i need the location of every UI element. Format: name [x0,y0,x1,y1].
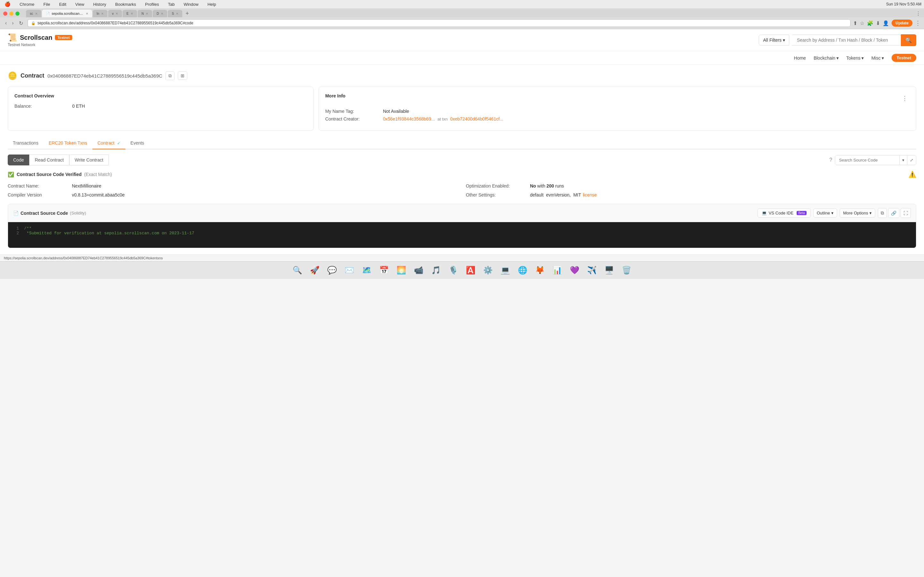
history-menu[interactable]: History [91,1,108,7]
dock-messages[interactable]: 💬 [325,263,339,277]
tab-contract[interactable]: Contract ✓ [92,137,126,149]
extensions-button[interactable]: 🧩 [867,20,873,26]
profiles-menu[interactable]: Profiles [143,1,161,7]
warning-icon: ⚠️ [908,171,916,178]
vscode-button[interactable]: 💻 VS Code IDE Beta [758,208,811,218]
dock-telegram[interactable]: ✈️ [585,263,599,277]
creator-txn-link[interactable]: 0xeb72400d64b0f5461cf... [450,116,503,121]
source-search-chevron-icon[interactable]: ▾ [899,155,907,165]
nav-tokens[interactable]: Tokens ▾ [846,55,864,61]
bookmark-button[interactable]: ☆ [860,20,864,26]
nav-misc[interactable]: Misc ▾ [871,55,884,61]
qr-code-button[interactable]: ⊞ [178,71,187,80]
dock-chrome[interactable]: 🌐 [516,263,529,277]
dock-maps[interactable]: 🗺️ [360,263,373,277]
dock-trash[interactable]: 🗑️ [620,263,633,277]
profile-button[interactable]: 👤 [883,20,889,26]
subtab-code[interactable]: Code [8,155,29,165]
nav-home[interactable]: Home [794,55,806,61]
help-button[interactable]: ? [829,157,832,163]
dock-facetime[interactable]: 📹 [412,263,425,277]
dock-vscode[interactable]: 💻 [499,263,512,277]
dock-system-prefs[interactable]: ⚙️ [481,263,495,277]
link-code-button[interactable]: 🔗 [888,208,899,218]
dock-iterm[interactable]: 🖥️ [603,263,616,277]
dock-appstore[interactable]: 🅰️ [464,263,477,277]
balance-label: Balance: [15,103,72,109]
source-search-input[interactable] [835,155,899,165]
testnet-button[interactable]: Testnet [892,54,916,62]
tab-erc20[interactable]: ERC20 Token Txns [44,137,92,149]
forward-button[interactable]: › [10,19,15,27]
expand-code-button[interactable]: ⛶ [901,208,911,218]
search-button[interactable]: 🔍 [901,34,916,46]
subtab-write-contract[interactable]: Write Contract [69,155,109,165]
close-window-button[interactable] [3,11,7,16]
blockchain-chevron-icon: ▾ [837,55,838,61]
help-menu[interactable]: Help [206,1,218,7]
copy-address-button[interactable]: ⧉ [166,71,174,80]
browser-tab-1[interactable]: sc✕ [26,10,41,17]
dock-launchpad[interactable]: 🚀 [308,263,321,277]
dock-music[interactable]: 🎵 [429,263,443,277]
share-button[interactable]: ⬆ [853,20,857,26]
back-button[interactable]: ‹ [3,19,9,27]
dock-photos[interactable]: 🌅 [395,263,408,277]
balance-value: 0 ETH [72,103,85,109]
apple-menu[interactable]: 🍎 [3,1,13,8]
subtab-read-contract[interactable]: Read Contract [29,155,69,165]
tab-menu[interactable]: Tab [166,1,176,7]
download-button[interactable]: ⬇ [876,20,880,26]
browser-tab-8[interactable]: S✕ [168,10,182,17]
update-button[interactable]: Update [892,19,913,27]
creator-address-link[interactable]: 0x56e1f93844c3568b69... [383,116,435,121]
bookmarks-menu[interactable]: Bookmarks [113,1,138,7]
nav-blockchain[interactable]: Blockchain ▾ [814,55,838,61]
outline-chevron-icon: ▾ [831,211,834,215]
optimization-label: Optimization Enabled: [466,183,530,189]
browser-tab-3[interactable]: In✕ [93,10,107,17]
minimize-window-button[interactable] [9,11,13,16]
license-link[interactable]: license [583,192,597,197]
filter-dropdown[interactable]: All Filters ▾ [759,35,789,45]
tab-transactions[interactable]: Transactions [8,137,44,149]
browser-menu-button[interactable]: ⋮ [915,19,921,27]
view-menu[interactable]: View [73,1,86,7]
source-search-expand-button[interactable]: ⤢ [907,155,916,165]
cards-row: Contract Overview Balance: 0 ETH More In… [8,87,916,131]
dock-mail[interactable]: ✉️ [342,263,356,277]
chrome-menu[interactable]: Chrome [18,1,36,7]
filter-label: All Filters [763,37,782,43]
dock-finder[interactable]: 🔍 [291,263,304,277]
address-bar[interactable]: 🔒 sepolia.scrollscan.dev/address/0x04086… [27,19,851,27]
tab-events[interactable]: Events [126,137,150,149]
dock-numbers[interactable]: 📊 [551,263,564,277]
browser-tab-4[interactable]: v✕ [108,10,122,17]
maximize-window-button[interactable] [15,11,19,16]
line-content-2: *Submitted for verification at sepolia.s… [24,231,194,235]
file-menu[interactable]: File [41,1,52,7]
browser-actions: ⬆ ☆ 🧩 ⬇ 👤 Update ⋮ [853,19,921,27]
browser-tab-5[interactable]: E✕ [123,10,137,17]
contract-name-label: Contract Name: [8,183,72,189]
copy-code-button[interactable]: ⧉ [878,208,887,218]
search-input[interactable] [792,35,901,45]
tab-list-button[interactable]: ⋮ [916,11,921,17]
dock-calendar[interactable]: 📅 [377,263,391,277]
browser-tab-6[interactable]: N✕ [137,10,152,17]
browser-tab-7[interactable]: D✕ [153,10,167,17]
browser-tab-active[interactable]: 📄sepolia.scrollscan.dev✕ [42,10,92,17]
compiler-label: Compiler Version [8,192,72,197]
dock-discord[interactable]: 💜 [568,263,582,277]
window-menu[interactable]: Window [182,1,200,7]
outline-button[interactable]: Outline ▾ [813,208,837,218]
edit-menu[interactable]: Edit [57,1,68,7]
dock-metamask[interactable]: 🦊 [533,263,547,277]
reload-button[interactable]: ↻ [17,19,25,27]
dock-podcast[interactable]: 🎙️ [447,263,460,277]
more-info-options-button[interactable]: ⋮ [900,94,909,103]
more-options-button[interactable]: More Options ▾ [840,208,875,218]
new-tab-button[interactable]: + [186,10,189,17]
logo-text: Scrollscan [20,34,52,41]
network-label: Testnet Network [8,43,72,47]
